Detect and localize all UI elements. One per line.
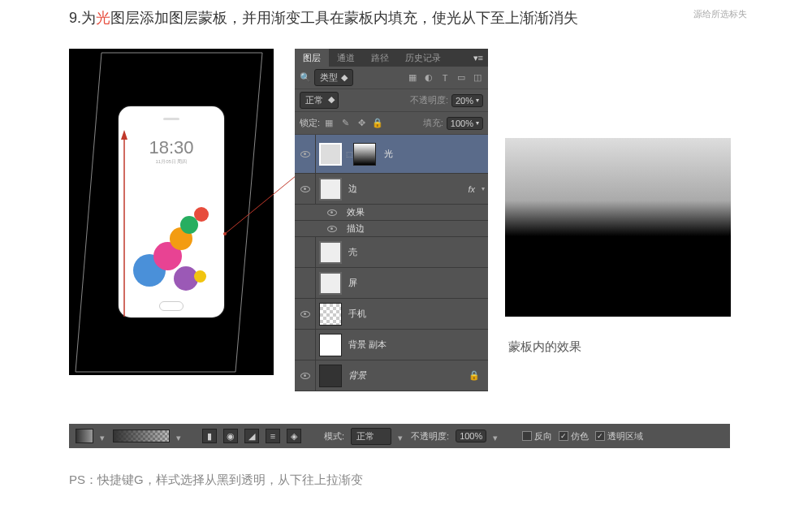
visibility-icon[interactable] bbox=[300, 151, 310, 158]
layer-name: 光 bbox=[384, 148, 393, 160]
gradient-radial-icon[interactable]: ◉ bbox=[223, 429, 238, 443]
chevron-down-icon[interactable]: ▾ bbox=[493, 433, 499, 439]
filter-adjust-icon[interactable]: ◐ bbox=[423, 72, 434, 84]
step-instruction: 9.为光图层添加图层蒙板，并用渐变工具在蒙板内填充，使光从下至上渐渐消失 bbox=[69, 8, 578, 28]
layer-name: 壳 bbox=[348, 246, 357, 258]
lock-icon: 🔒 bbox=[469, 370, 480, 381]
visibility-icon[interactable] bbox=[300, 373, 310, 379]
chevron-down-icon[interactable]: ▾ bbox=[482, 185, 485, 192]
effect-name: 描边 bbox=[347, 222, 365, 235]
layer-stroke[interactable]: 描边 bbox=[295, 221, 488, 237]
blend-row: 正常 ◆ 不透明度: 20%▾ bbox=[295, 89, 488, 112]
panel-tabs: 图层 通道 路径 历史记录 ▾≡ bbox=[295, 49, 488, 67]
layer-light[interactable]: ⬚ 光 bbox=[295, 135, 488, 174]
visibility-icon[interactable] bbox=[327, 209, 337, 216]
tab-layers[interactable]: 图层 bbox=[295, 49, 329, 67]
mode-label: 模式: bbox=[324, 430, 344, 442]
layer-name: 边 bbox=[348, 183, 357, 195]
kind-filter[interactable]: 类型◆ bbox=[314, 69, 353, 86]
opacity-label: 不透明度: bbox=[411, 430, 449, 442]
mask-thumb[interactable] bbox=[353, 143, 376, 166]
fx-badge[interactable]: fx bbox=[468, 184, 475, 194]
lock-row: 锁定: ▦ ✎ ✥ 🔒 填充: 100%▾ bbox=[295, 112, 488, 135]
foreground-swatch[interactable] bbox=[76, 429, 93, 443]
lock-pixels-icon[interactable]: ✎ bbox=[339, 118, 351, 129]
filter-shape-icon[interactable]: ▭ bbox=[456, 72, 467, 84]
layer-thumb[interactable] bbox=[319, 272, 342, 295]
phone-preview: 18:30 11月05日 周四 bbox=[69, 49, 274, 375]
layer-thumb[interactable] bbox=[319, 365, 342, 387]
gradient-diamond-icon[interactable]: ◈ bbox=[287, 429, 301, 443]
footer-note: PS：快捷键G，样式选择从黑到透明，从下往上拉渐变 bbox=[69, 473, 363, 488]
gradient-options-bar: ▾ ▾ ▮ ◉ ◢ ≡ ◈ 模式: 正常 ▾ 不透明度: 100% ▾ 反向 ✓… bbox=[69, 424, 730, 448]
phone-body: 18:30 11月05日 周四 bbox=[119, 106, 224, 317]
layer-edge[interactable]: 边 fx ▾ bbox=[295, 174, 488, 205]
phone-screen: 18:30 11月05日 周四 bbox=[125, 129, 218, 295]
layer-thumb[interactable] bbox=[319, 303, 342, 326]
watermark: 源给所选标失 bbox=[693, 8, 747, 20]
chevron-down-icon[interactable]: ▾ bbox=[398, 433, 404, 439]
phone-time: 18:30 bbox=[125, 137, 218, 158]
dither-checkbox[interactable]: ✓仿色 bbox=[559, 430, 589, 442]
phone-speaker bbox=[163, 118, 179, 120]
layer-shell[interactable]: 壳 bbox=[295, 237, 488, 268]
filter-pixel-icon[interactable]: ▦ bbox=[407, 72, 418, 84]
gradient-picker[interactable] bbox=[113, 429, 170, 442]
opacity-label: 不透明度: bbox=[410, 94, 448, 106]
layer-name: 背景 bbox=[348, 369, 366, 382]
tab-channels[interactable]: 通道 bbox=[329, 49, 363, 67]
transparency-checkbox[interactable]: ✓透明区域 bbox=[595, 430, 643, 442]
visibility-icon[interactable] bbox=[300, 311, 310, 317]
layer-effects[interactable]: 效果 bbox=[295, 205, 488, 221]
bar-opacity-input[interactable]: 100% bbox=[456, 429, 486, 442]
chevron-down-icon[interactable]: ▾ bbox=[100, 433, 106, 439]
link-icon[interactable]: ⬚ bbox=[345, 150, 353, 158]
layer-name: 背景 副本 bbox=[348, 339, 387, 351]
phone-shapes bbox=[125, 197, 218, 295]
layer-thumb[interactable] bbox=[319, 178, 342, 201]
home-button bbox=[159, 301, 184, 311]
gradient-angle-icon[interactable]: ◢ bbox=[244, 429, 259, 443]
blend-mode-select[interactable]: 正常 ◆ bbox=[300, 92, 339, 109]
gradient-caption: 蒙板内的效果 bbox=[508, 339, 581, 355]
filter-smart-icon[interactable]: ◫ bbox=[472, 72, 483, 84]
lock-all-icon[interactable]: 🔒 bbox=[372, 118, 383, 129]
layer-thumb[interactable] bbox=[319, 241, 342, 264]
filter-type-icon[interactable]: T bbox=[439, 72, 451, 84]
tab-paths[interactable]: 路径 bbox=[363, 49, 397, 67]
layer-name: 手机 bbox=[348, 308, 366, 320]
layer-screen[interactable]: 屏 bbox=[295, 268, 488, 299]
search-icon: 🔍 bbox=[300, 72, 311, 83]
mask-gradient-preview bbox=[505, 138, 731, 317]
lock-label: 锁定: bbox=[300, 117, 320, 129]
panel-menu-icon[interactable]: ▾≡ bbox=[469, 53, 488, 63]
layer-name: 屏 bbox=[348, 277, 357, 289]
layer-thumb[interactable] bbox=[319, 334, 342, 356]
visibility-icon[interactable] bbox=[327, 226, 337, 232]
fill-label: 填充: bbox=[423, 117, 443, 129]
tab-history[interactable]: 历史记录 bbox=[397, 49, 449, 67]
gradient-reflected-icon[interactable]: ≡ bbox=[266, 429, 280, 443]
chevron-down-icon[interactable]: ▾ bbox=[176, 433, 183, 439]
reverse-checkbox[interactable]: 反向 bbox=[522, 430, 552, 442]
fill-input[interactable]: 100%▾ bbox=[447, 117, 483, 130]
layer-phone[interactable]: 手机 bbox=[295, 299, 488, 330]
effect-name: 效果 bbox=[347, 206, 365, 218]
layer-list: ⬚ 光 边 fx ▾ 效果 描边 壳 屏 bbox=[295, 135, 488, 391]
opacity-input[interactable]: 20%▾ bbox=[451, 94, 483, 107]
layers-panel: 图层 通道 路径 历史记录 ▾≡ 🔍 类型◆ ▦ ◐ T ▭ ◫ 正常 ◆ 不透… bbox=[295, 49, 488, 388]
layer-thumb[interactable] bbox=[319, 143, 342, 166]
visibility-icon[interactable] bbox=[300, 186, 310, 192]
phone-date: 11月05日 周四 bbox=[125, 158, 218, 166]
gradient-linear-icon[interactable]: ▮ bbox=[202, 429, 217, 443]
lock-transparent-icon[interactable]: ▦ bbox=[323, 118, 335, 129]
layer-background[interactable]: 背景 🔒 bbox=[295, 360, 488, 391]
layer-bg-copy[interactable]: 背景 副本 bbox=[295, 330, 488, 360]
mode-select[interactable]: 正常 bbox=[351, 428, 391, 445]
filter-row: 🔍 类型◆ ▦ ◐ T ▭ ◫ bbox=[295, 67, 488, 89]
lock-position-icon[interactable]: ✥ bbox=[356, 118, 367, 129]
